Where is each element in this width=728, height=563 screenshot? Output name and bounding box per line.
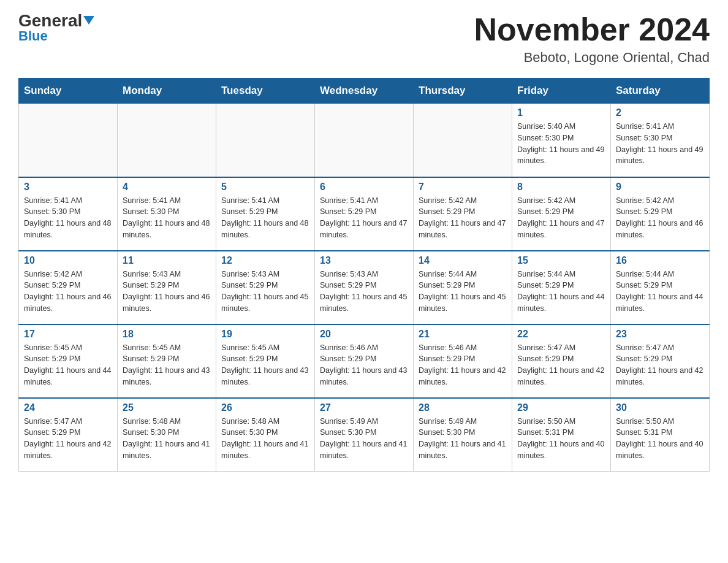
calendar-cell: 30Sunrise: 5:50 AMSunset: 5:31 PMDayligh…: [611, 398, 710, 472]
day-info: Sunrise: 5:48 AMSunset: 5:30 PMDaylight:…: [123, 416, 211, 462]
day-info: Sunrise: 5:45 AMSunset: 5:29 PMDaylight:…: [24, 342, 112, 388]
calendar-cell: 20Sunrise: 5:46 AMSunset: 5:29 PMDayligh…: [315, 324, 414, 398]
calendar-cell: 9Sunrise: 5:42 AMSunset: 5:29 PMDaylight…: [611, 177, 710, 251]
calendar-cell: 21Sunrise: 5:46 AMSunset: 5:29 PMDayligh…: [414, 324, 512, 398]
logo-blue-text: Blue: [18, 28, 48, 44]
logo: General Blue: [18, 12, 94, 44]
day-info: Sunrise: 5:43 AMSunset: 5:29 PMDaylight:…: [221, 269, 309, 315]
calendar-cell: 1Sunrise: 5:40 AMSunset: 5:30 PMDaylight…: [512, 104, 611, 177]
day-number: 8: [517, 182, 605, 193]
day-number: 18: [123, 329, 211, 340]
day-number: 13: [320, 255, 408, 266]
calendar-cell: 22Sunrise: 5:47 AMSunset: 5:29 PMDayligh…: [512, 324, 611, 398]
calendar-cell: 28Sunrise: 5:49 AMSunset: 5:30 PMDayligh…: [414, 398, 512, 472]
calendar-cell: 19Sunrise: 5:45 AMSunset: 5:29 PMDayligh…: [216, 324, 315, 398]
calendar-cell: 7Sunrise: 5:42 AMSunset: 5:29 PMDaylight…: [414, 177, 512, 251]
day-info: Sunrise: 5:47 AMSunset: 5:29 PMDaylight:…: [616, 342, 704, 388]
weekday-header-saturday: Saturday: [611, 79, 710, 104]
weekday-header-friday: Friday: [512, 79, 611, 104]
logo-triangle-icon: [83, 16, 94, 25]
page-header: General Blue November 2024 Beboto, Logon…: [18, 12, 710, 66]
weekday-header-wednesday: Wednesday: [315, 79, 414, 104]
day-number: 19: [221, 329, 309, 340]
calendar-cell: 16Sunrise: 5:44 AMSunset: 5:29 PMDayligh…: [611, 251, 710, 324]
calendar-cell: 27Sunrise: 5:49 AMSunset: 5:30 PMDayligh…: [315, 398, 414, 472]
day-info: Sunrise: 5:44 AMSunset: 5:29 PMDaylight:…: [616, 269, 704, 315]
day-info: Sunrise: 5:45 AMSunset: 5:29 PMDaylight:…: [221, 342, 309, 388]
title-area: November 2024 Beboto, Logone Oriental, C…: [474, 12, 710, 66]
calendar-week-row: 17Sunrise: 5:45 AMSunset: 5:29 PMDayligh…: [19, 324, 710, 398]
day-number: 6: [320, 182, 408, 193]
calendar-cell: 29Sunrise: 5:50 AMSunset: 5:31 PMDayligh…: [512, 398, 611, 472]
day-number: 20: [320, 329, 408, 340]
day-info: Sunrise: 5:41 AMSunset: 5:29 PMDaylight:…: [221, 195, 309, 241]
day-number: 5: [221, 182, 309, 193]
calendar-cell: [118, 104, 216, 177]
calendar-week-row: 24Sunrise: 5:47 AMSunset: 5:29 PMDayligh…: [19, 398, 710, 472]
day-number: 7: [419, 182, 507, 193]
day-number: 17: [24, 329, 112, 340]
calendar-table: SundayMondayTuesdayWednesdayThursdayFrid…: [18, 78, 710, 472]
day-info: Sunrise: 5:44 AMSunset: 5:29 PMDaylight:…: [517, 269, 605, 315]
day-info: Sunrise: 5:50 AMSunset: 5:31 PMDaylight:…: [517, 416, 605, 462]
day-number: 23: [616, 329, 704, 340]
calendar-cell: 26Sunrise: 5:48 AMSunset: 5:30 PMDayligh…: [216, 398, 315, 472]
day-number: 10: [24, 255, 112, 266]
calendar-cell: 24Sunrise: 5:47 AMSunset: 5:29 PMDayligh…: [19, 398, 118, 472]
day-number: 25: [123, 402, 211, 413]
calendar-cell: 15Sunrise: 5:44 AMSunset: 5:29 PMDayligh…: [512, 251, 611, 324]
calendar-cell: 8Sunrise: 5:42 AMSunset: 5:29 PMDaylight…: [512, 177, 611, 251]
calendar-cell: 6Sunrise: 5:41 AMSunset: 5:29 PMDaylight…: [315, 177, 414, 251]
day-number: 1: [517, 107, 605, 118]
day-number: 21: [419, 329, 507, 340]
weekday-header-sunday: Sunday: [19, 79, 118, 104]
calendar-cell: 18Sunrise: 5:45 AMSunset: 5:29 PMDayligh…: [118, 324, 216, 398]
weekday-header-tuesday: Tuesday: [216, 79, 315, 104]
calendar-cell: [414, 104, 512, 177]
day-info: Sunrise: 5:47 AMSunset: 5:29 PMDaylight:…: [24, 416, 112, 462]
day-info: Sunrise: 5:41 AMSunset: 5:30 PMDaylight:…: [123, 195, 211, 241]
day-info: Sunrise: 5:42 AMSunset: 5:29 PMDaylight:…: [616, 195, 704, 241]
calendar-week-row: 10Sunrise: 5:42 AMSunset: 5:29 PMDayligh…: [19, 251, 710, 324]
calendar-cell: 4Sunrise: 5:41 AMSunset: 5:30 PMDaylight…: [118, 177, 216, 251]
month-year-title: November 2024: [474, 12, 710, 47]
day-number: 3: [24, 182, 112, 193]
calendar-cell: 10Sunrise: 5:42 AMSunset: 5:29 PMDayligh…: [19, 251, 118, 324]
day-number: 11: [123, 255, 211, 266]
day-number: 22: [517, 329, 605, 340]
day-number: 28: [419, 402, 507, 413]
day-info: Sunrise: 5:42 AMSunset: 5:29 PMDaylight:…: [419, 195, 507, 241]
weekday-header-monday: Monday: [118, 79, 216, 104]
day-info: Sunrise: 5:50 AMSunset: 5:31 PMDaylight:…: [616, 416, 704, 462]
day-number: 26: [221, 402, 309, 413]
day-info: Sunrise: 5:44 AMSunset: 5:29 PMDaylight:…: [419, 269, 507, 315]
day-number: 4: [123, 182, 211, 193]
calendar-cell: 2Sunrise: 5:41 AMSunset: 5:30 PMDaylight…: [611, 104, 710, 177]
calendar-cell: 17Sunrise: 5:45 AMSunset: 5:29 PMDayligh…: [19, 324, 118, 398]
day-number: 24: [24, 402, 112, 413]
calendar-cell: 3Sunrise: 5:41 AMSunset: 5:30 PMDaylight…: [19, 177, 118, 251]
day-number: 12: [221, 255, 309, 266]
calendar-cell: 23Sunrise: 5:47 AMSunset: 5:29 PMDayligh…: [611, 324, 710, 398]
day-number: 16: [616, 255, 704, 266]
day-number: 30: [616, 402, 704, 413]
day-info: Sunrise: 5:45 AMSunset: 5:29 PMDaylight:…: [123, 342, 211, 388]
day-number: 2: [616, 107, 704, 118]
calendar-cell: [216, 104, 315, 177]
calendar-cell: 11Sunrise: 5:43 AMSunset: 5:29 PMDayligh…: [118, 251, 216, 324]
day-number: 15: [517, 255, 605, 266]
day-info: Sunrise: 5:42 AMSunset: 5:29 PMDaylight:…: [517, 195, 605, 241]
day-number: 14: [419, 255, 507, 266]
day-info: Sunrise: 5:41 AMSunset: 5:29 PMDaylight:…: [320, 195, 408, 241]
day-number: 29: [517, 402, 605, 413]
day-number: 27: [320, 402, 408, 413]
day-info: Sunrise: 5:41 AMSunset: 5:30 PMDaylight:…: [616, 121, 704, 167]
day-info: Sunrise: 5:41 AMSunset: 5:30 PMDaylight:…: [24, 195, 112, 241]
calendar-week-row: 3Sunrise: 5:41 AMSunset: 5:30 PMDaylight…: [19, 177, 710, 251]
calendar-cell: 12Sunrise: 5:43 AMSunset: 5:29 PMDayligh…: [216, 251, 315, 324]
day-info: Sunrise: 5:48 AMSunset: 5:30 PMDaylight:…: [221, 416, 309, 462]
calendar-week-row: 1Sunrise: 5:40 AMSunset: 5:30 PMDaylight…: [19, 104, 710, 177]
day-info: Sunrise: 5:47 AMSunset: 5:29 PMDaylight:…: [517, 342, 605, 388]
logo-text: General: [18, 12, 94, 29]
location-subtitle: Beboto, Logone Oriental, Chad: [474, 50, 710, 66]
